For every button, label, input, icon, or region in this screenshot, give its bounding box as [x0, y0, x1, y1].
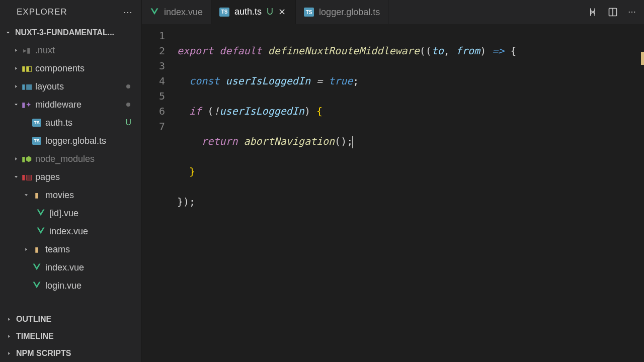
chevron-right-icon [11, 156, 21, 162]
timeline-section[interactable]: TIMELINE [0, 328, 141, 345]
line-number: 2 [142, 43, 165, 58]
chevron-right-icon [11, 83, 21, 89]
ts-file-icon: TS [31, 118, 42, 127]
line-number: 4 [142, 73, 165, 88]
vue-file-icon [31, 263, 42, 272]
chevron-down-icon [11, 102, 21, 108]
line-number: 7 [142, 119, 165, 134]
chevron-right-icon [21, 246, 31, 252]
tree-file-pages-index[interactable]: index.vue [0, 258, 141, 277]
timeline-label: TIMELINE [16, 332, 54, 341]
npm-label: NPM SCRIPTS [16, 349, 71, 358]
modified-dot-icon [126, 103, 130, 107]
line-gutter: 1 2 3 4 5 6 7 [142, 24, 177, 362]
git-status-badge: U [125, 118, 135, 127]
tree-item-label: components [35, 63, 135, 74]
chevron-down-icon [21, 192, 31, 198]
vue-file-icon [31, 281, 42, 290]
minimap[interactable] [635, 24, 644, 362]
tree-folder-components[interactable]: ▮◧ components [0, 59, 141, 77]
tree-file-logger[interactable]: TS logger.global.ts [0, 132, 141, 150]
tab-index-vue[interactable]: index.vue [142, 0, 211, 24]
tree-item-label: logger.global.ts [45, 136, 135, 146]
tree-file-login[interactable]: login.vue [0, 277, 141, 295]
npm-scripts-section[interactable]: NPM SCRIPTS [0, 345, 141, 362]
chevron-down-icon [11, 174, 21, 180]
tree-folder-middleware[interactable]: ▮✦ middleware [0, 96, 141, 114]
chevron-down-icon [3, 30, 13, 36]
tab-auth-ts[interactable]: TS auth.ts U ✕ [211, 0, 296, 24]
minimap-change-indicator [641, 52, 644, 65]
vue-file-icon [35, 227, 46, 236]
tab-label: logger.global.ts [319, 7, 380, 18]
tree-item-label: movies [45, 190, 135, 201]
outline-section[interactable]: OUTLINE [0, 311, 141, 328]
tab-label: index.vue [164, 7, 203, 18]
code-content[interactable]: export default defineNuxtRouteMiddleware… [177, 24, 644, 362]
text-cursor [352, 136, 353, 148]
folder-icon: ▸▮ [21, 46, 32, 55]
tree-item-label: login.vue [45, 281, 135, 291]
compare-icon[interactable] [588, 7, 598, 17]
ts-file-icon: TS [219, 8, 229, 17]
tree-item-label: auth.ts [45, 118, 125, 128]
more-icon[interactable]: ⋯ [123, 7, 132, 18]
line-number: 6 [142, 104, 165, 119]
tree-item-label: [id].vue [49, 208, 135, 219]
folder-icon: ▮✦ [21, 100, 32, 109]
tree-item-label: middleware [35, 100, 126, 110]
tree-item-label: index.vue [49, 226, 135, 237]
explorer-header: EXPLORER ⋯ [0, 0, 141, 24]
folder-icon: ▮⬢ [21, 154, 32, 163]
folder-icon: ▮◧ [21, 64, 32, 73]
tree-item-label: layouts [35, 81, 126, 92]
code-editor[interactable]: 1 2 3 4 5 6 7 export default defineNuxtR… [142, 24, 644, 362]
line-number: 5 [142, 88, 165, 104]
tree-file-auth[interactable]: TS auth.ts U [0, 114, 141, 132]
chevron-right-icon [11, 65, 21, 71]
tree-file-movies-index[interactable]: index.vue [0, 222, 141, 240]
tree-item-label: teams [45, 244, 135, 255]
tree-item-label: index.vue [45, 262, 135, 273]
vue-file-icon [150, 8, 159, 16]
split-editor-icon[interactable] [608, 7, 618, 17]
tree-folder-nuxt[interactable]: ▸▮ .nuxt [0, 41, 141, 59]
folder-icon: ▮▦ [21, 82, 32, 91]
outline-label: OUTLINE [16, 315, 51, 324]
tree-folder-layouts[interactable]: ▮▦ layouts [0, 77, 141, 96]
more-icon[interactable]: ⋯ [628, 7, 636, 17]
tab-bar: index.vue TS auth.ts U ✕ TS logger.globa… [142, 0, 644, 24]
tree-file-id-vue[interactable]: [id].vue [0, 204, 141, 222]
tree-folder-node-modules[interactable]: ▮⬢ node_modules [0, 150, 141, 168]
line-number: 3 [142, 58, 165, 73]
editor-actions: ⋯ [588, 7, 644, 17]
chevron-right-icon [4, 350, 14, 356]
folder-icon: ▮ [31, 191, 42, 200]
ts-file-icon: TS [304, 8, 314, 17]
tab-label: auth.ts [234, 7, 262, 17]
modified-dot-icon [126, 84, 130, 88]
close-icon[interactable]: ✕ [278, 7, 287, 18]
chevron-right-icon [4, 333, 14, 339]
file-tree: ▸▮ .nuxt ▮◧ components ▮▦ layouts ▮✦ mid… [0, 41, 141, 311]
tree-item-label: node_modules [35, 154, 135, 164]
project-section[interactable]: NUXT-3-FUNDAMENTAL... [0, 24, 141, 41]
explorer-title: EXPLORER [17, 7, 67, 17]
tree-folder-teams[interactable]: ▮ teams [0, 240, 141, 258]
tree-item-label: pages [35, 172, 135, 183]
project-name: NUXT-3-FUNDAMENTAL... [15, 28, 114, 37]
chevron-right-icon [4, 316, 14, 322]
tab-logger-ts[interactable]: TS logger.global.ts [296, 0, 388, 24]
git-status-badge: U [267, 7, 273, 17]
chevron-right-icon [11, 47, 21, 53]
folder-icon: ▮ [31, 245, 42, 254]
tree-folder-pages[interactable]: ▮▤ pages [0, 168, 141, 186]
line-number: 1 [142, 28, 165, 43]
folder-icon: ▮▤ [21, 172, 32, 182]
tree-item-label: .nuxt [35, 45, 135, 56]
sidebar: EXPLORER ⋯ NUXT-3-FUNDAMENTAL... ▸▮ .nux… [0, 0, 142, 362]
vue-file-icon [35, 209, 46, 218]
tree-folder-movies[interactable]: ▮ movies [0, 186, 141, 204]
ts-file-icon: TS [31, 136, 42, 145]
editor-group: index.vue TS auth.ts U ✕ TS logger.globa… [142, 0, 644, 362]
